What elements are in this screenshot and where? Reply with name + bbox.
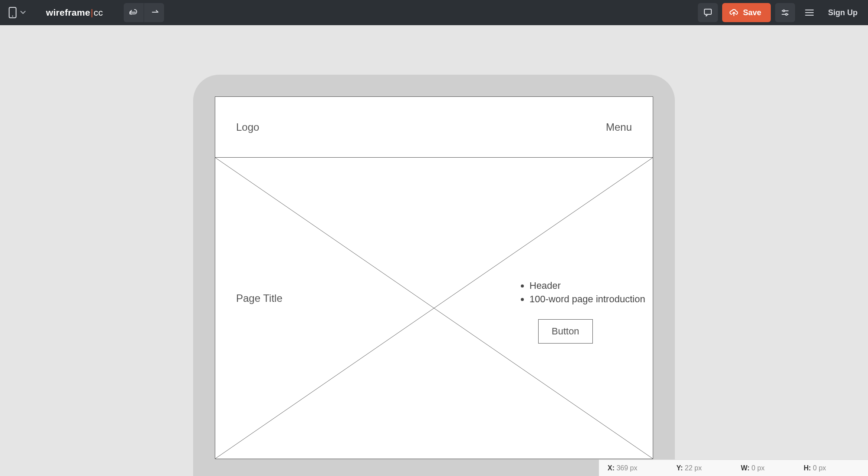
status-x: X: 369 px — [608, 464, 638, 472]
hamburger-icon — [804, 8, 815, 17]
status-w: W: 0 px — [741, 464, 765, 472]
comment-button[interactable] — [698, 3, 718, 22]
brand-logo[interactable]: wireframe|cc — [46, 7, 103, 18]
wireframe-page-title: Page Title — [236, 292, 283, 304]
tablet-icon — [8, 7, 17, 19]
list-item: 100-word page introduction — [529, 293, 645, 306]
menu-button[interactable] — [799, 3, 819, 22]
brand-part2: cc — [94, 7, 103, 17]
svg-point-1 — [12, 16, 13, 17]
undo-button[interactable] — [124, 3, 144, 22]
svg-point-6 — [786, 13, 787, 15]
cloud-upload-icon — [729, 8, 739, 17]
signup-link[interactable]: Sign Up — [828, 8, 858, 17]
status-bar: X: 369 px Y: 22 px W: 0 px H: 0 px — [599, 459, 868, 476]
wireframe-canvas[interactable]: Logo Menu Page Title Header 100-word pag… — [215, 96, 653, 459]
svg-rect-2 — [704, 9, 711, 14]
wireframe-content-block: Header 100-word page introduction Button — [519, 279, 645, 344]
settings-button[interactable] — [775, 3, 795, 22]
wireframe-button-element[interactable]: Button — [538, 319, 593, 344]
top-toolbar: wireframe|cc — [0, 0, 868, 25]
toolbar-right-group: Save Sign Up — [698, 3, 862, 22]
wireframe-header-row[interactable]: Logo Menu — [215, 97, 653, 158]
undo-icon — [129, 8, 138, 17]
status-h: H: 0 px — [804, 464, 826, 472]
workspace[interactable]: Logo Menu Page Title Header 100-word pag… — [0, 25, 868, 476]
svg-point-5 — [783, 10, 785, 12]
list-item: Header — [529, 279, 645, 293]
save-button[interactable]: Save — [722, 3, 771, 22]
redo-button[interactable] — [144, 3, 164, 22]
wireframe-logo-label: Logo — [236, 121, 259, 133]
chat-icon — [703, 8, 713, 17]
sliders-icon — [780, 8, 790, 17]
wireframe-bullet-list: Header 100-word page introduction — [519, 279, 645, 306]
device-select-dropdown[interactable] — [6, 4, 28, 21]
wireframe-menu-label: Menu — [606, 121, 632, 133]
history-buttons — [124, 3, 164, 22]
brand-pipe: | — [91, 7, 93, 17]
redo-icon — [149, 8, 159, 17]
save-label: Save — [743, 8, 761, 17]
brand-part1: wireframe — [46, 7, 90, 17]
wireframe-hero-section[interactable]: Page Title Header 100-word page introduc… — [215, 158, 653, 459]
status-y: Y: 22 px — [677, 464, 702, 472]
device-frame: Logo Menu Page Title Header 100-word pag… — [193, 75, 675, 476]
chevron-down-icon — [20, 10, 26, 15]
